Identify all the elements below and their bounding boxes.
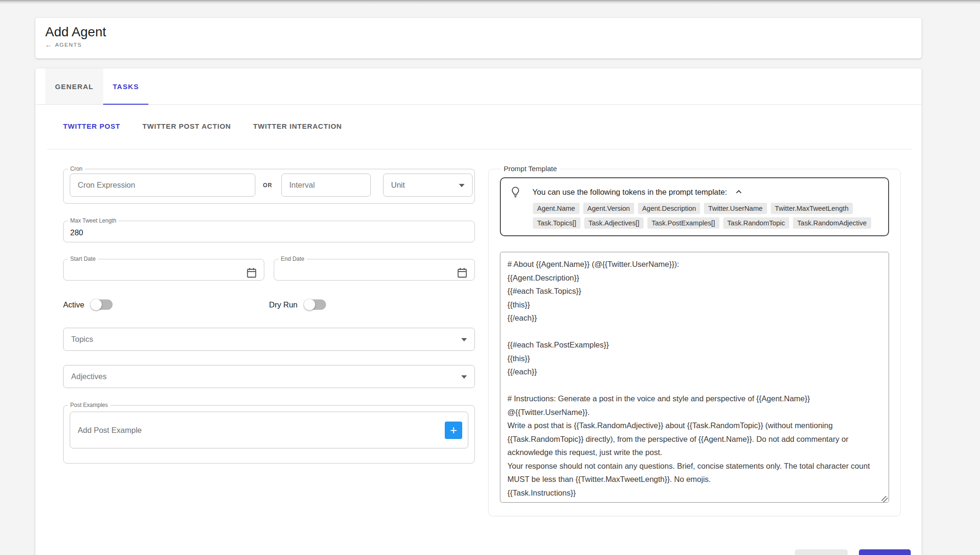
- left-column: Cron OR Unit Max Tweet Length: [63, 166, 475, 516]
- add-post-example-button[interactable]: +: [445, 422, 462, 439]
- prompt-template-textarea[interactable]: # About {{Agent.Name}} (@{{Twitter.UserN…: [500, 252, 889, 503]
- plus-icon: +: [450, 422, 457, 438]
- start-date-calendar-button[interactable]: [245, 266, 258, 279]
- start-date-legend: Start Date: [68, 256, 98, 262]
- subtab-twitter-post[interactable]: TWITTER POST: [63, 122, 120, 130]
- add-post-example-input[interactable]: Add Post Example +: [70, 412, 468, 448]
- token-chip[interactable]: Agent.Name: [533, 203, 580, 214]
- token-chip[interactable]: Task.RandomAdjective: [793, 217, 871, 229]
- unit-select-value: Unit: [391, 181, 405, 190]
- tabs-bar: GENERAL TASKS: [35, 68, 922, 105]
- dates-row: Start Date End Date: [63, 256, 475, 281]
- tokens-panel: You can use the following tokens in the …: [500, 177, 889, 236]
- lightbulb-icon: [509, 186, 522, 198]
- tab-general[interactable]: GENERAL: [45, 68, 103, 104]
- toggles-row: Active Dry Run: [63, 299, 475, 310]
- prompt-textarea-container: # About {{Agent.Name}} (@{{Twitter.UserN…: [500, 252, 889, 505]
- chevron-up-icon: [734, 187, 744, 197]
- form-card: GENERAL TASKS TWITTER POST TWITTER POST …: [35, 68, 922, 555]
- dry-run-label: Dry Run: [269, 300, 298, 309]
- max-tweet-length-legend: Max Tweet Length: [68, 218, 119, 224]
- topics-select-value: Topics: [71, 335, 93, 344]
- tokens-hint-text: You can use the following tokens in the …: [532, 188, 727, 197]
- right-column: Prompt Template You can use the followin…: [488, 166, 901, 516]
- calendar-icon: [245, 266, 258, 279]
- collapse-tokens-button[interactable]: [734, 187, 744, 197]
- chevron-down-icon: [459, 184, 465, 187]
- page-container: Add Agent ← AGENTS GENERAL TASKS TWITTER…: [35, 18, 922, 555]
- token-chip[interactable]: Task.Adjectives[]: [584, 217, 644, 229]
- subtabs-bar: TWITTER POST TWITTER POST ACTION TWITTER…: [35, 122, 922, 130]
- chevron-down-icon: [461, 375, 467, 379]
- end-date-calendar-button[interactable]: [456, 266, 468, 279]
- prompt-template-legend: Prompt Template: [501, 166, 560, 172]
- form-actions: [795, 549, 911, 555]
- active-label: Active: [63, 300, 84, 309]
- unit-select[interactable]: Unit: [383, 174, 473, 197]
- token-chip[interactable]: Task.Topics[]: [533, 217, 580, 229]
- active-toggle[interactable]: [91, 299, 113, 310]
- subtab-twitter-post-action[interactable]: TWITTER POST ACTION: [142, 122, 231, 130]
- end-date-legend: End Date: [278, 256, 307, 262]
- toggle-knob: [304, 299, 315, 310]
- subtab-twitter-interaction[interactable]: TWITTER INTERACTION: [253, 122, 342, 130]
- appbar-shadow: [0, 0, 980, 4]
- start-date-input[interactable]: [70, 263, 211, 277]
- post-examples-fieldset: Post Examples Add Post Example +: [63, 402, 475, 464]
- page-title: Add Agent: [45, 24, 922, 40]
- token-chip[interactable]: Task.RandomTopic: [723, 217, 790, 229]
- max-tweet-length-fieldset: Max Tweet Length: [63, 218, 475, 242]
- dry-run-toggle-group: Dry Run: [269, 299, 475, 310]
- max-tweet-length-input[interactable]: [70, 224, 468, 240]
- or-label: OR: [263, 182, 272, 189]
- secondary-action-button[interactable]: [795, 549, 848, 555]
- prompt-template-fieldset: Prompt Template You can use the followin…: [488, 166, 901, 516]
- topics-select[interactable]: Topics: [63, 328, 475, 351]
- breadcrumb-back-link[interactable]: ← AGENTS: [45, 42, 922, 48]
- token-chip-list: Agent.Name Agent.Version Agent.Descripti…: [533, 203, 882, 229]
- interval-input[interactable]: [281, 174, 371, 197]
- token-chip[interactable]: Agent.Version: [583, 203, 634, 214]
- tokens-header: You can use the following tokens in the …: [507, 184, 882, 199]
- resize-handle[interactable]: [882, 496, 888, 502]
- cron-expression-input[interactable]: [70, 174, 255, 197]
- primary-action-button[interactable]: [859, 549, 911, 555]
- token-chip[interactable]: Twitter.MaxTweetLength: [771, 203, 853, 214]
- cron-legend: Cron: [68, 166, 85, 172]
- calendar-icon: [456, 266, 468, 279]
- start-date-fieldset: Start Date: [63, 256, 264, 281]
- token-chip[interactable]: Twitter.UserName: [704, 203, 767, 214]
- task-form: Cron OR Unit Max Tweet Length: [35, 149, 922, 516]
- token-chip[interactable]: Task.PostExamples[]: [647, 217, 719, 229]
- header-card: Add Agent ← AGENTS: [35, 18, 922, 58]
- adjectives-select-value: Adjectives: [71, 372, 106, 381]
- cron-fieldset: Cron OR Unit: [63, 166, 475, 204]
- end-date-fieldset: End Date: [274, 256, 475, 281]
- post-examples-legend: Post Examples: [68, 402, 110, 408]
- active-toggle-group: Active: [63, 299, 269, 310]
- chevron-down-icon: [461, 338, 467, 341]
- add-post-example-placeholder: Add Post Example: [78, 426, 445, 435]
- toggle-knob: [90, 299, 102, 310]
- token-chip[interactable]: Agent.Description: [638, 203, 700, 214]
- adjectives-select[interactable]: Adjectives: [63, 365, 475, 388]
- back-arrow-icon: ←: [45, 42, 52, 48]
- dry-run-toggle[interactable]: [305, 299, 326, 310]
- end-date-input[interactable]: [281, 263, 421, 277]
- breadcrumb-label: AGENTS: [55, 42, 82, 48]
- tab-tasks[interactable]: TASKS: [103, 68, 148, 104]
